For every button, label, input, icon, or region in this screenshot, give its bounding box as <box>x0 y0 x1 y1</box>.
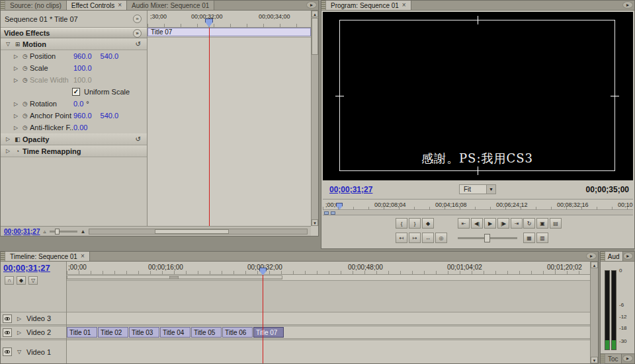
tab-program[interactable]: Program: Sequence 01 × <box>326 1 411 10</box>
anti-flicker-value[interactable]: 0.00 <box>73 124 87 131</box>
stopwatch-icon[interactable]: ◷ <box>21 112 30 119</box>
go-to-next-edit-button[interactable]: ⇥ <box>511 218 523 229</box>
motion-effect-header[interactable]: ▽ ⊞ Motion ↺ <box>1 38 147 50</box>
extract-button[interactable]: ▥ <box>536 233 548 243</box>
timeline-ruler[interactable]: ;00;00 00;00;16;00 00;00;32;00 00;00;48;… <box>67 262 590 275</box>
step-back-button[interactable]: ◀| <box>471 218 483 229</box>
ecp-timeline-ruler[interactable]: ;30;00 00;00;32;00 00;00;34;00 <box>148 11 311 28</box>
loop-button[interactable]: ↻ <box>523 218 535 229</box>
anchor-x-value[interactable]: 960.0 <box>73 112 92 120</box>
twirl-closed-icon[interactable]: ▷ <box>11 101 21 107</box>
ecp-current-timecode[interactable]: 00;00;31;27 <box>4 228 40 235</box>
panel-grip[interactable] <box>1 252 5 261</box>
program-scrollbar[interactable] <box>323 211 633 215</box>
panel-menu-icon[interactable]: ▸ <box>586 252 597 260</box>
panel-grip[interactable] <box>601 252 605 261</box>
stopwatch-icon[interactable]: ◷ <box>21 124 30 131</box>
set-out-point-button[interactable]: } <box>409 218 421 229</box>
scrollbar-thumb[interactable] <box>155 229 229 234</box>
step-forward-button[interactable]: |▶ <box>497 218 509 229</box>
handle-right[interactable] <box>611 96 619 96</box>
jog-disk-button[interactable]: ◎ <box>435 233 447 243</box>
set-marker-icon[interactable]: ▽ <box>28 276 38 285</box>
snap-icon[interactable]: ∩ <box>5 276 14 285</box>
eye-icon[interactable] <box>3 314 12 323</box>
lift-button[interactable]: ▦ <box>523 233 535 243</box>
twirl-closed-icon[interactable]: ▷ <box>15 316 24 322</box>
show-timeline-view-button[interactable]: » <box>133 15 142 23</box>
twirl-closed-icon[interactable]: ▷ <box>11 113 21 119</box>
timeline-zoom-slider[interactable] <box>50 231 77 233</box>
tab-audio-mixer[interactable]: Audio Mixer: Sequence 01 <box>127 1 214 10</box>
handle-top[interactable] <box>478 16 478 24</box>
twirl-closed-icon[interactable]: ▷ <box>11 65 21 71</box>
panel-menu-icon[interactable]: ▸ <box>623 252 633 260</box>
panel-menu-icon[interactable]: ▸ <box>622 355 633 362</box>
stopwatch-icon[interactable]: ◷ <box>21 65 30 71</box>
twirl-closed-icon[interactable]: ▷ <box>15 330 24 336</box>
timeline-clip-selected[interactable]: Title 07 <box>253 327 284 338</box>
timeline-clip[interactable]: Title 01 <box>67 327 97 338</box>
time-remapping-header[interactable]: ▷ ◔ Time Remapping <box>1 145 147 157</box>
eye-icon[interactable] <box>3 347 12 356</box>
stopwatch-icon[interactable]: ◷ <box>21 53 30 59</box>
go-to-previous-edit-button[interactable]: ⇤ <box>458 218 470 229</box>
encore-marker-icon[interactable]: ◆ <box>17 276 26 285</box>
track-header-video-1[interactable]: ▽ Video 1 <box>1 340 66 363</box>
scroll-down-icon[interactable]: ▼ <box>312 219 318 226</box>
panel-grip[interactable] <box>601 354 605 363</box>
section-collapse-icon[interactable]: » <box>133 29 142 38</box>
set-marker-button[interactable]: ◆ <box>422 218 434 229</box>
scroll-down-icon[interactable]: ▼ <box>591 357 598 363</box>
position-y-value[interactable]: 540.0 <box>101 52 119 60</box>
scale-value[interactable]: 100.0 <box>73 64 92 72</box>
twirl-closed-icon[interactable]: ▷ <box>3 148 13 154</box>
scroll-up-icon[interactable]: ▲ <box>591 262 598 268</box>
track-header-video-2[interactable]: ▷ Video 2 <box>1 326 66 339</box>
scrollbar-thumb[interactable] <box>324 211 329 215</box>
work-area-grip[interactable] <box>169 275 179 279</box>
export-frame-button[interactable]: ▤ <box>550 218 562 229</box>
stopwatch-icon[interactable]: ◷ <box>21 100 30 107</box>
timeline-clip[interactable]: Title 03 <box>129 327 159 338</box>
play-in-to-out-button[interactable]: ↔ <box>422 233 434 243</box>
reset-icon[interactable]: ↺ <box>136 40 141 48</box>
position-x-value[interactable]: 960.0 <box>73 52 92 60</box>
track-lane-video-3[interactable] <box>67 312 590 325</box>
reset-icon[interactable]: ↺ <box>136 135 141 143</box>
tab-effect-controls[interactable]: Effect Controls × <box>67 1 127 10</box>
clip-title-07[interactable]: Title 07 <box>148 28 311 36</box>
program-ruler[interactable]: ;00;00 00;02;08;04 00;04;16;08 00;06;24;… <box>323 199 633 210</box>
uniform-scale-checkbox[interactable]: ✓ <box>72 88 80 96</box>
program-video-display[interactable]: 感謝。PS:我用CS3 <box>323 12 633 180</box>
panel-grip[interactable] <box>321 1 326 10</box>
timeline-clip[interactable]: Title 06 <box>222 327 253 338</box>
close-icon[interactable]: × <box>402 2 406 9</box>
rotation-value[interactable]: 0.0 <box>73 100 83 108</box>
shuttle-thumb[interactable] <box>484 234 490 242</box>
anchor-y-value[interactable]: 540.0 <box>101 112 119 120</box>
twirl-closed-icon[interactable]: ▷ <box>11 77 21 83</box>
track-header-video-3[interactable]: ▷ Video 3 <box>1 312 66 325</box>
go-to-out-point-button[interactable]: ↦ <box>409 233 421 243</box>
ecp-horizontal-scrollbar[interactable] <box>89 229 308 235</box>
handle-left[interactable] <box>335 96 344 96</box>
playhead-marker[interactable] <box>205 18 213 27</box>
ecp-vertical-scrollbar[interactable]: ▲ ▼ <box>311 11 318 226</box>
timeline-current-timecode[interactable]: 00;00;31;27 <box>1 262 66 273</box>
opacity-effect-header[interactable]: ▷ ◧ Opacity ↺ <box>1 133 147 145</box>
scrollbar-thumb[interactable] <box>331 211 335 215</box>
timeline-vertical-scrollbar[interactable]: ▲ ▼ <box>590 262 598 363</box>
tab-source[interactable]: Source: (no clips) <box>5 1 67 10</box>
track-lane-video-2[interactable]: Title 01 Title 02 Title 03 Title 04 Titl… <box>67 326 590 339</box>
zoom-in-icon[interactable]: ▲ <box>81 229 86 235</box>
set-in-point-button[interactable]: { <box>396 218 407 229</box>
work-area-bar[interactable] <box>67 275 590 281</box>
go-to-in-point-button[interactable]: ↤ <box>396 233 407 243</box>
close-icon[interactable]: × <box>81 253 85 260</box>
safe-margins-button[interactable]: ▣ <box>536 218 548 229</box>
scroll-up-icon[interactable]: ▲ <box>312 11 318 17</box>
twirl-open-icon[interactable]: ▽ <box>15 349 24 355</box>
timeline-clip[interactable]: Title 04 <box>160 327 190 338</box>
program-current-timecode[interactable]: 00;00;31;27 <box>329 185 372 194</box>
